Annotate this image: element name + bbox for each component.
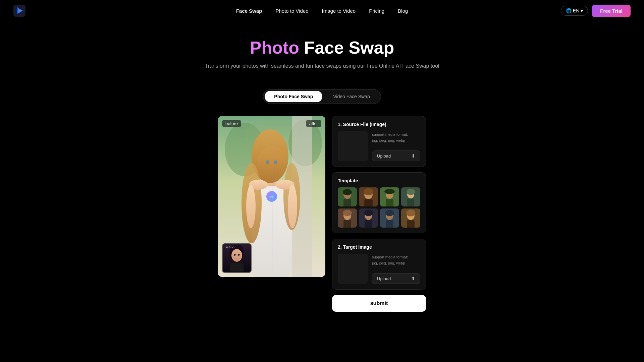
- target-upload-button[interactable]: Upload ⬆: [372, 273, 420, 284]
- source-upload-button[interactable]: Upload ⬆: [372, 150, 420, 161]
- svg-point-57: [406, 209, 415, 217]
- template-section-title: Template: [338, 178, 420, 183]
- label-after: after: [306, 120, 321, 127]
- chevron-down-icon: ▾: [581, 8, 583, 13]
- svg-rect-32: [364, 199, 373, 206]
- target-support-text: support media format: jpg, jpeg, png, we…: [372, 254, 420, 266]
- template-grid: [338, 187, 420, 228]
- template-item-2[interactable]: [359, 187, 378, 206]
- svg-point-25: [238, 254, 240, 256]
- source-preview-box: [338, 131, 368, 161]
- language-selector[interactable]: 🌐 EN ▾: [561, 6, 588, 16]
- template-svg-5: [338, 208, 357, 228]
- template-section: Template: [332, 172, 426, 233]
- svg-rect-44: [343, 220, 351, 228]
- svg-rect-23: [230, 263, 244, 272]
- hero-title-photo: Photo: [250, 38, 299, 57]
- hero-title: Photo Face Swap: [0, 38, 644, 58]
- svg-rect-2: [17, 7, 18, 14]
- main-nav: Face Swap Photo to Video Image to Video …: [236, 8, 408, 14]
- template-item-5[interactable]: [338, 208, 357, 228]
- template-svg-2: [359, 187, 378, 206]
- swap-icon: ⇔: [270, 194, 274, 199]
- template-svg-4: [401, 187, 420, 206]
- svg-rect-56: [407, 220, 415, 228]
- svg-point-29: [343, 189, 352, 195]
- svg-point-14: [266, 160, 269, 164]
- source-upload-info: support media format: jpg, jpeg, png, we…: [372, 131, 420, 161]
- svg-rect-28: [343, 199, 351, 206]
- target-upload-label: Upload: [377, 276, 391, 281]
- template-svg-8: [401, 208, 420, 228]
- tab-group: Photo Face Swap Video Face Swap: [263, 89, 381, 104]
- svg-point-24: [234, 254, 236, 256]
- target-formats: jpg, jpeg, png, webp: [372, 261, 405, 265]
- divider-handle[interactable]: ⇔: [266, 191, 277, 202]
- source-support-text: support media format: jpg, jpeg, png, we…: [372, 131, 420, 143]
- source-section: 1. Source File (Image) support media for…: [332, 116, 426, 167]
- svg-point-19: [288, 185, 297, 228]
- globe-icon: 🌐: [566, 8, 572, 13]
- submit-button[interactable]: submit: [332, 295, 426, 312]
- nav-photo-to-video[interactable]: Photo to Video: [275, 8, 308, 14]
- source-upload-row: support media format: jpg, jpeg, png, we…: [338, 131, 420, 161]
- upload-icon: ⬆: [411, 153, 415, 159]
- svg-rect-36: [386, 199, 393, 206]
- svg-point-15: [274, 160, 277, 164]
- right-panel: 1. Source File (Image) support media for…: [332, 116, 426, 312]
- target-upload-info: support media format: jpg, jpeg, png, we…: [372, 254, 420, 284]
- svg-rect-40: [407, 198, 414, 206]
- svg-point-41: [407, 189, 415, 195]
- free-trial-button[interactable]: Free Trial: [592, 5, 631, 17]
- template-item-7[interactable]: [380, 208, 399, 228]
- template-svg-6: [359, 208, 378, 228]
- nav-face-swap[interactable]: Face Swap: [236, 8, 262, 14]
- svg-rect-52: [386, 220, 393, 228]
- nav-blog[interactable]: Blog: [398, 8, 408, 14]
- hero-title-rest: Face Swap: [304, 38, 394, 57]
- label-before: before: [222, 120, 241, 127]
- thumb-svg: [223, 245, 250, 272]
- target-upload-icon: ⬆: [411, 276, 415, 281]
- main-content: before after: [0, 116, 644, 332]
- support-label: support media format:: [372, 132, 408, 136]
- header: Face Swap Photo to Video Image to Video …: [0, 0, 644, 21]
- source-section-title: 1. Source File (Image): [338, 122, 420, 127]
- hero-section: Photo Face Swap Transform your photos wi…: [0, 21, 644, 80]
- source-formats: jpg, jpeg, png, webp: [372, 138, 405, 142]
- logo[interactable]: [13, 5, 25, 17]
- header-right: 🌐 EN ▾ Free Trial: [561, 5, 631, 17]
- tab-photo-face-swap[interactable]: Photo Face Swap: [265, 91, 322, 102]
- submit-section: submit: [332, 295, 426, 312]
- tab-video-face-swap[interactable]: Video Face Swap: [324, 91, 379, 102]
- template-svg-3: [380, 187, 399, 206]
- target-upload-row: support media format: jpg, jpeg, png, we…: [338, 254, 420, 284]
- template-item-3[interactable]: [380, 187, 399, 206]
- svg-point-53: [385, 210, 394, 216]
- hero-subtitle: Transform your photos with seamless and …: [0, 63, 644, 69]
- svg-point-49: [364, 210, 373, 216]
- logo-icon: [13, 5, 25, 17]
- svg-rect-48: [365, 220, 372, 228]
- template-item-4[interactable]: [401, 187, 420, 206]
- template-svg-7: [380, 208, 399, 228]
- template-svg-1: [338, 187, 357, 206]
- target-section: 2. Target Image support media format: jp…: [332, 239, 426, 290]
- svg-point-45: [343, 210, 352, 216]
- source-upload-label: Upload: [377, 154, 391, 159]
- target-support-label: support media format:: [372, 255, 408, 259]
- lang-label: EN: [573, 8, 579, 13]
- svg-point-18: [246, 185, 256, 228]
- target-preview-box: [338, 254, 368, 284]
- source-thumbnail: TOY...A: [222, 243, 252, 273]
- svg-point-33: [364, 188, 373, 195]
- nav-image-to-video[interactable]: Image to Video: [322, 8, 356, 14]
- target-section-title: 2. Target Image: [338, 244, 420, 250]
- nav-pricing[interactable]: Pricing: [369, 8, 384, 14]
- thumbnail-label: TOY...A: [224, 245, 234, 248]
- svg-point-37: [384, 189, 394, 194]
- template-item-6[interactable]: [359, 208, 378, 228]
- template-item-8[interactable]: [401, 208, 420, 228]
- template-item-1[interactable]: [338, 187, 357, 206]
- svg-point-22: [231, 249, 242, 262]
